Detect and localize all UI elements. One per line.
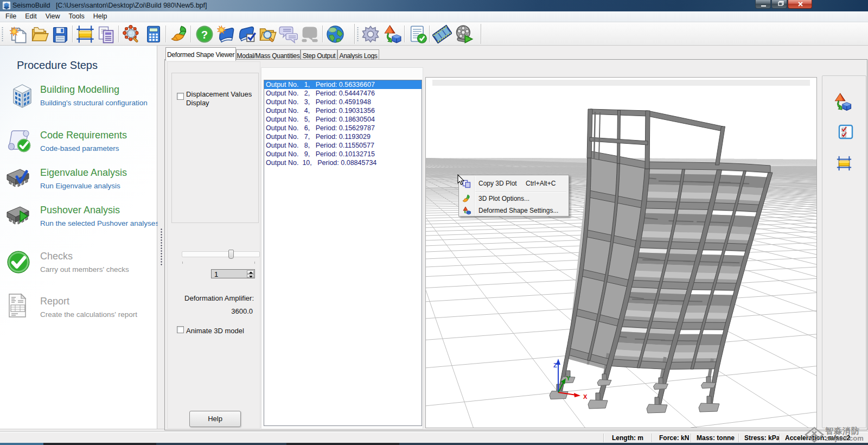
svg-text:Z: Z	[553, 362, 557, 368]
svg-text:?: ?	[201, 29, 208, 41]
svg-text:Y: Y	[566, 375, 571, 382]
svg-text:X: X	[583, 393, 588, 400]
